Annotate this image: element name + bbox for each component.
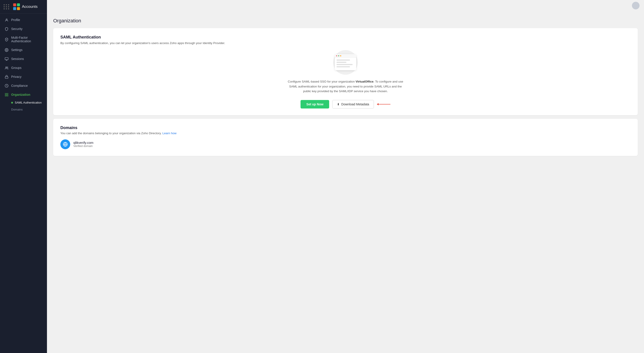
domain-row: qlikverify.com Verified domain bbox=[60, 139, 630, 149]
illus-line-4 bbox=[336, 66, 350, 67]
domain-icon bbox=[60, 139, 70, 149]
org-sub-nav: SAML Authentication Domains bbox=[0, 99, 47, 113]
traffic-light-green bbox=[338, 55, 339, 56]
traffic-light-yellow bbox=[340, 55, 341, 56]
saml-description: Configure SAML-based SSO for your organi… bbox=[287, 79, 404, 94]
user-avatar[interactable] bbox=[632, 2, 640, 10]
saml-actions: Set up Now ⬇ Download Metadata bbox=[60, 100, 630, 109]
user-icon bbox=[4, 18, 8, 22]
illus-line-1 bbox=[336, 60, 350, 61]
gear-icon bbox=[4, 48, 8, 52]
app-grid-icon[interactable] bbox=[4, 4, 10, 10]
sidebar-label-profile: Profile bbox=[11, 18, 20, 22]
arrow-line bbox=[377, 104, 390, 105]
content-area: Organization SAML Authentication By conf… bbox=[47, 11, 644, 166]
saml-desc-plain: Configure SAML-based SSO for your organi… bbox=[288, 80, 356, 83]
shield-icon bbox=[4, 27, 8, 31]
sidebar-item-organization[interactable]: Organization bbox=[0, 90, 47, 99]
svg-rect-3 bbox=[17, 7, 20, 10]
domains-card-title: Domains bbox=[60, 126, 630, 130]
domains-card: Domains You can add the domains belongin… bbox=[53, 119, 638, 156]
sidebar-item-profile[interactable]: Profile bbox=[0, 16, 47, 24]
setup-now-button[interactable]: Set up Now bbox=[300, 100, 329, 109]
traffic-light-red bbox=[336, 55, 337, 56]
saml-label: SAML Authentication bbox=[15, 101, 42, 104]
sidebar: Accounts Profile Security Multi-Factor A… bbox=[0, 0, 47, 353]
sidebar-label-sessions: Sessions bbox=[11, 57, 24, 61]
saml-org-name: VirtualOffice bbox=[356, 80, 374, 83]
sidebar-item-security[interactable]: Security bbox=[0, 24, 47, 33]
topbar bbox=[94, 0, 644, 11]
sidebar-label-organization: Organization bbox=[11, 93, 30, 96]
domains-card-subtitle: You can add the domains belonging to you… bbox=[60, 132, 630, 135]
svg-point-10 bbox=[7, 67, 8, 68]
active-dot bbox=[11, 102, 13, 104]
svg-rect-6 bbox=[5, 58, 8, 60]
illus-line-2 bbox=[336, 62, 346, 63]
learn-how-link[interactable]: Learn how bbox=[162, 132, 176, 135]
download-icon: ⬇ bbox=[337, 103, 340, 106]
sidebar-label-groups: Groups bbox=[11, 66, 22, 70]
sidebar-label-security: Security bbox=[11, 27, 22, 31]
download-label: Download Metadata bbox=[341, 103, 369, 106]
sidebar-label-privacy: Privacy bbox=[11, 75, 22, 79]
saml-card-subtitle: By configuring SAML authentication, you … bbox=[60, 41, 630, 45]
sidebar-item-settings[interactable]: Settings bbox=[0, 46, 47, 54]
domains-label: Domains bbox=[11, 108, 22, 111]
illus-lines bbox=[335, 58, 356, 69]
domain-name: qlikverify.com bbox=[73, 141, 94, 145]
lock-icon bbox=[4, 75, 8, 79]
main-content: Organization SAML Authentication By conf… bbox=[47, 0, 644, 353]
org-icon bbox=[4, 93, 8, 97]
sidebar-item-sessions[interactable]: Sessions bbox=[0, 54, 47, 63]
svg-rect-1 bbox=[17, 3, 20, 6]
sidebar-label-compliance: Compliance bbox=[11, 84, 28, 88]
zoho-logo-icon bbox=[13, 3, 20, 10]
sidebar-label-mfa: Multi-Factor Authentication bbox=[11, 36, 42, 43]
sidebar-item-compliance[interactable]: Compliance bbox=[0, 81, 47, 90]
domain-info: qlikverify.com Verified domain bbox=[73, 141, 94, 148]
illus-wrap bbox=[332, 50, 359, 75]
svg-rect-14 bbox=[7, 93, 8, 94]
svg-point-9 bbox=[6, 67, 6, 68]
svg-rect-2 bbox=[13, 7, 16, 10]
svg-rect-13 bbox=[5, 93, 6, 94]
app-title: Accounts bbox=[22, 5, 38, 9]
saml-card: SAML Authentication By configuring SAML … bbox=[53, 28, 638, 115]
sidebar-item-saml[interactable]: SAML Authentication bbox=[11, 99, 47, 106]
download-metadata-button[interactable]: ⬇ Download Metadata bbox=[332, 100, 374, 109]
shield-check-icon bbox=[4, 37, 8, 41]
monitor-icon bbox=[4, 57, 8, 61]
sidebar-item-mfa[interactable]: Multi-Factor Authentication bbox=[0, 33, 47, 46]
svg-rect-15 bbox=[7, 95, 8, 96]
page-title: Organization bbox=[53, 18, 638, 24]
sidebar-nav: Profile Security Multi-Factor Authentica… bbox=[0, 14, 47, 353]
saml-illustration bbox=[60, 50, 630, 75]
illus-browser bbox=[335, 54, 356, 70]
sidebar-item-groups[interactable]: Groups bbox=[0, 63, 47, 72]
svg-point-5 bbox=[6, 50, 7, 50]
illus-browser-bar bbox=[335, 54, 356, 58]
sidebar-header: Accounts bbox=[0, 0, 47, 14]
domains-subtitle-text: You can add the domains belonging to you… bbox=[60, 132, 162, 135]
sidebar-item-domains[interactable]: Domains bbox=[11, 106, 47, 113]
svg-rect-0 bbox=[13, 3, 16, 6]
sidebar-label-settings: Settings bbox=[11, 48, 22, 52]
compliance-icon bbox=[4, 84, 8, 88]
domain-status: Verified domain bbox=[73, 145, 94, 148]
saml-card-title: SAML Authentication bbox=[60, 35, 630, 40]
svg-point-4 bbox=[6, 19, 7, 20]
sidebar-item-privacy[interactable]: Privacy bbox=[0, 72, 47, 81]
people-icon bbox=[4, 66, 8, 70]
illus-line-3 bbox=[336, 64, 353, 65]
svg-rect-16 bbox=[5, 95, 6, 96]
globe-icon bbox=[63, 142, 68, 147]
arrow-annotation bbox=[377, 104, 390, 105]
svg-rect-11 bbox=[5, 77, 8, 78]
